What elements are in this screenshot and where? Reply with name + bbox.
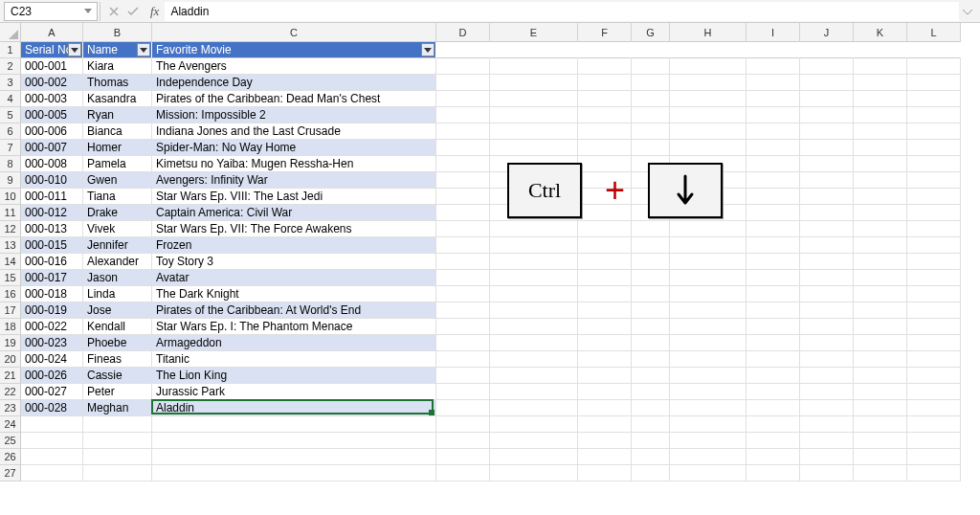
cell[interactable]: 000-019 [21, 302, 83, 319]
cell[interactable] [746, 123, 800, 140]
cell[interactable] [632, 335, 670, 351]
cell[interactable] [490, 449, 578, 465]
cell[interactable] [854, 205, 907, 221]
cell[interactable] [854, 400, 907, 416]
cell[interactable] [490, 400, 578, 416]
row-header[interactable]: 4 [0, 91, 21, 107]
cell[interactable] [632, 319, 670, 335]
cell[interactable] [21, 416, 83, 433]
cell[interactable] [854, 237, 907, 254]
cell[interactable] [632, 400, 670, 416]
cell[interactable]: Aladdin [152, 400, 436, 416]
cell[interactable] [490, 237, 578, 254]
row-header[interactable]: 16 [0, 286, 21, 302]
cell[interactable] [436, 270, 490, 286]
cell[interactable] [800, 319, 854, 335]
cell[interactable]: 000-007 [21, 140, 83, 156]
cell[interactable] [670, 237, 746, 254]
cell[interactable] [578, 270, 632, 286]
row-header[interactable]: 10 [0, 189, 21, 205]
cell[interactable] [632, 416, 670, 433]
cell[interactable]: 000-017 [21, 270, 83, 286]
cell[interactable]: Avengers: Infinity War [152, 172, 436, 189]
cell[interactable] [578, 400, 632, 416]
cell[interactable] [83, 465, 152, 481]
cell[interactable]: Jennifer [83, 237, 152, 254]
column-header[interactable]: I [746, 23, 800, 42]
cell[interactable] [746, 433, 800, 449]
expand-formula-icon[interactable] [959, 3, 976, 20]
cell[interactable]: Kimetsu no Yaiba: Mugen Ressha-Hen [152, 156, 436, 172]
row-header[interactable]: 22 [0, 384, 21, 400]
cell[interactable] [21, 465, 83, 481]
cell[interactable] [632, 91, 670, 107]
cell[interactable] [854, 91, 907, 107]
cell[interactable] [436, 368, 490, 384]
cell[interactable] [746, 270, 800, 286]
cell[interactable] [854, 335, 907, 351]
cell[interactable] [670, 140, 746, 156]
cell[interactable]: Independence Day [152, 75, 436, 91]
cell[interactable] [632, 368, 670, 384]
cell[interactable] [578, 465, 632, 481]
cell[interactable] [436, 107, 490, 123]
cell[interactable] [632, 123, 670, 140]
cell[interactable] [83, 449, 152, 465]
cell[interactable] [746, 351, 800, 368]
cell[interactable] [800, 58, 854, 75]
cell[interactable] [436, 91, 490, 107]
cell[interactable] [632, 270, 670, 286]
column-header[interactable]: B [83, 23, 152, 42]
cell[interactable] [490, 270, 578, 286]
formula-input[interactable]: Aladdin [165, 2, 959, 21]
cell[interactable] [436, 189, 490, 205]
cell[interactable] [490, 42, 578, 58]
cell[interactable]: 000-018 [21, 286, 83, 302]
cell[interactable] [578, 107, 632, 123]
cell[interactable] [632, 465, 670, 481]
cell[interactable]: Jason [83, 270, 152, 286]
row-header[interactable]: 13 [0, 237, 21, 254]
cell[interactable]: Cassie [83, 368, 152, 384]
cell[interactable] [152, 465, 436, 481]
cell[interactable] [632, 75, 670, 91]
cell[interactable]: Homer [83, 140, 152, 156]
column-header[interactable]: J [800, 23, 854, 42]
cell[interactable] [436, 140, 490, 156]
cell[interactable] [670, 42, 746, 58]
row-header[interactable]: 6 [0, 123, 21, 140]
cell[interactable] [490, 286, 578, 302]
cell[interactable]: Star Wars Ep. I: The Phantom Menace [152, 319, 436, 335]
cell[interactable]: Mission: Impossible 2 [152, 107, 436, 123]
cell[interactable]: Alexander [83, 254, 152, 270]
cell[interactable] [436, 123, 490, 140]
cell[interactable] [436, 319, 490, 335]
cell[interactable] [490, 140, 578, 156]
cell[interactable] [907, 42, 961, 58]
cell[interactable]: 000-023 [21, 335, 83, 351]
cell[interactable] [746, 368, 800, 384]
cell[interactable]: Ryan [83, 107, 152, 123]
column-header[interactable]: C [152, 23, 436, 42]
cell[interactable]: Star Wars Ep. VII: The Force Awakens [152, 221, 436, 237]
cell[interactable] [854, 58, 907, 75]
cell[interactable] [21, 433, 83, 449]
cell[interactable]: Vivek [83, 221, 152, 237]
cell[interactable] [670, 302, 746, 319]
cell[interactable] [907, 172, 961, 189]
cell[interactable] [800, 205, 854, 221]
cell[interactable] [632, 237, 670, 254]
cell[interactable] [632, 351, 670, 368]
cell[interactable] [854, 351, 907, 368]
cell[interactable] [746, 286, 800, 302]
cell[interactable] [152, 416, 436, 433]
cell[interactable] [670, 221, 746, 237]
cell[interactable] [578, 335, 632, 351]
cell[interactable] [854, 270, 907, 286]
cell[interactable] [746, 205, 800, 221]
cell[interactable] [746, 75, 800, 91]
cell[interactable] [854, 416, 907, 433]
row-header[interactable]: 15 [0, 270, 21, 286]
cell[interactable] [907, 75, 961, 91]
cell[interactable] [746, 465, 800, 481]
